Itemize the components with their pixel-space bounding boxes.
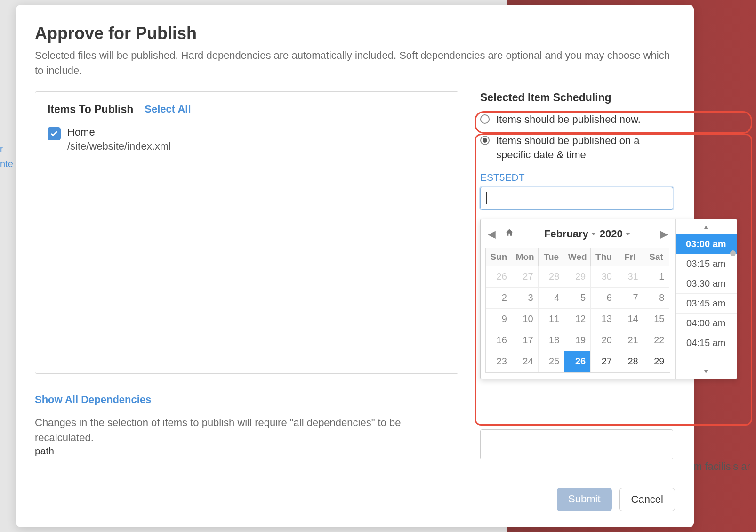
calendar-day[interactable]: 11 xyxy=(539,309,565,330)
calendar-day[interactable]: 9 xyxy=(486,309,512,330)
year-selector[interactable]: 2020 xyxy=(600,228,630,240)
month-selector[interactable]: February xyxy=(544,228,596,240)
calendar-dow: Sat xyxy=(643,248,670,266)
calendar-day[interactable]: 10 xyxy=(512,309,539,330)
time-slot[interactable]: 03:30 am xyxy=(676,274,737,294)
calendar-dow: Wed xyxy=(564,248,591,266)
modal-description: Selected files will be published. Hard d… xyxy=(35,48,675,78)
calendar-day[interactable]: 21 xyxy=(617,330,643,351)
calendar-day[interactable]: 26 xyxy=(564,351,591,372)
items-title: Items To Publish xyxy=(48,103,133,116)
submit-button[interactable]: Submit xyxy=(557,488,611,511)
calendar: ◀ February 2020 xyxy=(481,219,675,379)
calendar-day[interactable]: 4 xyxy=(539,288,565,309)
radio-label-date: Items should be published on a specific … xyxy=(496,134,675,163)
calendar-day[interactable]: 28 xyxy=(617,351,643,372)
radio-input-now[interactable] xyxy=(480,114,490,124)
modal-buttons: Submit Cancel xyxy=(557,488,675,511)
calendar-day[interactable]: 5 xyxy=(564,288,591,309)
calendar-day[interactable]: 26 xyxy=(486,266,512,288)
chevron-down-icon xyxy=(626,233,630,235)
check-icon xyxy=(50,129,58,138)
text-cursor xyxy=(486,192,487,204)
calendar-day[interactable]: 25 xyxy=(539,351,565,372)
calendar-dow: Tue xyxy=(539,248,565,266)
calendar-day[interactable]: 3 xyxy=(512,288,539,309)
calendar-day[interactable]: 20 xyxy=(591,330,617,351)
dependencies-note: Changes in the selection of items to pub… xyxy=(35,415,458,445)
show-dependencies-link[interactable]: Show All Dependencies xyxy=(35,394,458,406)
modal-title: Approve for Publish xyxy=(35,24,675,43)
comment-textarea[interactable] xyxy=(480,429,673,459)
calendar-dow: Mon xyxy=(512,248,539,266)
backdrop-snippet: nte xyxy=(0,156,13,171)
timezone-label: EST5EDT xyxy=(480,172,675,183)
next-month-icon[interactable]: ▶ xyxy=(658,228,670,240)
calendar-day[interactable]: 15 xyxy=(643,309,670,330)
calendar-day[interactable]: 2 xyxy=(486,288,512,309)
list-item: Home /site/website/index.xml xyxy=(48,126,446,153)
time-slot[interactable]: 04:15 am xyxy=(676,333,737,353)
home-icon[interactable] xyxy=(502,228,517,240)
item-path: /site/website/index.xml xyxy=(67,140,171,153)
calendar-dow: Thu xyxy=(591,248,617,266)
calendar-day[interactable]: 6 xyxy=(591,288,617,309)
calendar-day[interactable]: 27 xyxy=(512,266,539,288)
year-label: 2020 xyxy=(600,228,623,240)
calendar-day[interactable]: 17 xyxy=(512,330,539,351)
radio-input-date[interactable] xyxy=(480,136,490,145)
chevron-down-icon xyxy=(591,233,596,235)
backdrop-right-text: m facilisis ar xyxy=(693,460,750,473)
calendar-day[interactable]: 13 xyxy=(591,309,617,330)
calendar-day[interactable]: 18 xyxy=(539,330,565,351)
time-slot[interactable]: 04:00 am xyxy=(676,314,737,333)
date-input[interactable] xyxy=(480,187,673,210)
calendar-day[interactable]: 22 xyxy=(643,330,670,351)
calendar-dow: Sun xyxy=(486,248,512,266)
calendar-day[interactable]: 8 xyxy=(643,288,670,309)
month-label: February xyxy=(544,228,588,240)
calendar-day[interactable]: 28 xyxy=(539,266,565,288)
item-checkbox[interactable] xyxy=(48,127,61,140)
calendar-dow: Fri xyxy=(617,248,643,266)
calendar-day[interactable]: 19 xyxy=(564,330,591,351)
calendar-day[interactable]: 16 xyxy=(486,330,512,351)
time-list: 03:00 am03:15 am03:30 am03:45 am04:00 am… xyxy=(676,234,737,353)
calendar-day[interactable]: 14 xyxy=(617,309,643,330)
calendar-day[interactable]: 1 xyxy=(643,266,670,288)
calendar-day[interactable]: 29 xyxy=(643,351,670,372)
datetime-picker: ◀ February 2020 xyxy=(480,219,737,379)
calendar-day[interactable]: 23 xyxy=(486,351,512,372)
time-slot[interactable]: 03:45 am xyxy=(676,294,737,314)
calendar-nav: ◀ February 2020 xyxy=(485,224,670,244)
backdrop-left-text: r nte xyxy=(0,141,13,171)
backdrop-snippet: r xyxy=(0,141,13,156)
radio-publish-date[interactable]: Items should be published on a specific … xyxy=(480,134,675,163)
time-column: ▲ 03:00 am03:15 am03:30 am03:45 am04:00 … xyxy=(675,219,737,379)
calendar-day[interactable]: 30 xyxy=(591,266,617,288)
cancel-button[interactable]: Cancel xyxy=(619,488,675,511)
calendar-day[interactable]: 7 xyxy=(617,288,643,309)
scheduling-title: Selected Item Scheduling xyxy=(480,91,675,104)
time-scroll-down-icon[interactable]: ▼ xyxy=(676,363,737,379)
calendar-day[interactable]: 12 xyxy=(564,309,591,330)
items-panel: Items To Publish Select All Home /site/w… xyxy=(35,91,458,374)
item-name: Home xyxy=(67,126,171,138)
calendar-day[interactable]: 24 xyxy=(512,351,539,372)
radio-publish-now[interactable]: Items should be published now. xyxy=(480,113,675,127)
select-all-link[interactable]: Select All xyxy=(145,103,191,115)
time-slot[interactable]: 03:00 am xyxy=(676,234,737,254)
time-slot[interactable]: 03:15 am xyxy=(676,254,737,274)
prev-month-icon[interactable]: ◀ xyxy=(485,228,498,240)
publish-modal: Approve for Publish Selected files will … xyxy=(16,5,694,527)
radio-label-now: Items should be published now. xyxy=(496,113,641,127)
calendar-grid: SunMonTueWedThuFriSat2627282930311234567… xyxy=(485,248,670,373)
calendar-day[interactable]: 29 xyxy=(564,266,591,288)
time-scroll-up-icon[interactable]: ▲ xyxy=(676,219,737,234)
calendar-day[interactable]: 31 xyxy=(617,266,643,288)
calendar-day[interactable]: 27 xyxy=(591,351,617,372)
